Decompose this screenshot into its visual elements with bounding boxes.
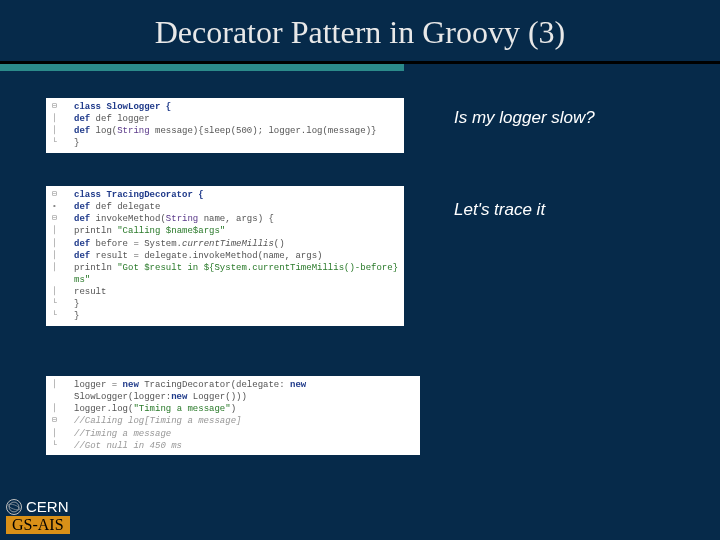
fold-end-icon: └ xyxy=(52,310,74,322)
gutter-bar: │ xyxy=(52,286,74,298)
code-text: def before = System.currentTimeMillis() xyxy=(74,238,402,250)
fold-end-icon: └ xyxy=(52,440,74,452)
code-comment: //Got null in 450 ms xyxy=(74,440,418,452)
code-comment: //Timing a message xyxy=(74,428,418,440)
code-text: logger.log("Timing a message") xyxy=(74,403,418,415)
code-text: class TracingDecorator { xyxy=(74,190,204,200)
gutter-bar: │ xyxy=(52,225,74,237)
gutter-bar: │ xyxy=(52,238,74,250)
fold-icon: ⊟ xyxy=(52,415,74,427)
annotation-slow: Is my logger slow? xyxy=(454,108,595,128)
svg-point-1 xyxy=(7,502,20,510)
gutter-bar: │ xyxy=(52,379,74,403)
code-text: } xyxy=(74,310,402,322)
slide-title: Decorator Pattern in Groovy (3) xyxy=(0,0,720,61)
code-text: def def logger xyxy=(74,113,402,125)
gutter-bar: │ xyxy=(52,250,74,262)
code-text: logger = new TracingDecorator(delegate: … xyxy=(74,379,418,403)
code-text: class SlowLogger { xyxy=(74,102,171,112)
code-text: println "Calling $name$args" xyxy=(74,225,402,237)
divider-teal xyxy=(0,64,404,71)
gutter-bar: │ xyxy=(52,262,74,286)
cern-logo-icon xyxy=(6,499,22,515)
fold-end-icon: └ xyxy=(52,137,74,149)
footer-dept: GS-AIS xyxy=(6,516,70,534)
gutter-bar: │ xyxy=(52,428,74,440)
gutter-bar: │ xyxy=(52,403,74,415)
fold-icon: ⊟ xyxy=(52,189,74,201)
code-text: println "Got $result in ${System.current… xyxy=(74,262,402,286)
code-text: result xyxy=(74,286,402,298)
code-text: def def delegatelog(String message){slee… xyxy=(74,125,402,137)
code-text: def invokeMethod(String name, args) { xyxy=(74,213,402,225)
fold-icon: ⊟ xyxy=(52,101,74,113)
fold-icon: ⊟ xyxy=(52,213,74,225)
gutter-bar: │ xyxy=(52,125,74,137)
gutter-bar: │ xyxy=(52,113,74,125)
gutter-dot: • xyxy=(52,201,74,213)
code-block-tracingdecorator: ⊟ class TracingDecorator { • def def del… xyxy=(46,186,404,326)
fold-end-icon: └ xyxy=(52,298,74,310)
svg-point-0 xyxy=(9,502,19,512)
code-text: } xyxy=(74,298,402,310)
code-block-usage: │ logger = new TracingDecorator(delegate… xyxy=(46,376,420,455)
code-text: def result = delegate.invokeMethod(name,… xyxy=(74,250,402,262)
code-comment: //Calling log[Timing a message] xyxy=(74,415,418,427)
footer: CERN GS-AIS xyxy=(6,498,70,534)
annotation-trace: Let's trace it xyxy=(454,200,545,220)
code-block-slowlogger: ⊟ class SlowLogger { │ def def logger │ … xyxy=(46,98,404,153)
footer-org: CERN xyxy=(26,498,69,515)
code-text: } xyxy=(74,137,402,149)
code-text: def def delegate xyxy=(74,201,402,213)
